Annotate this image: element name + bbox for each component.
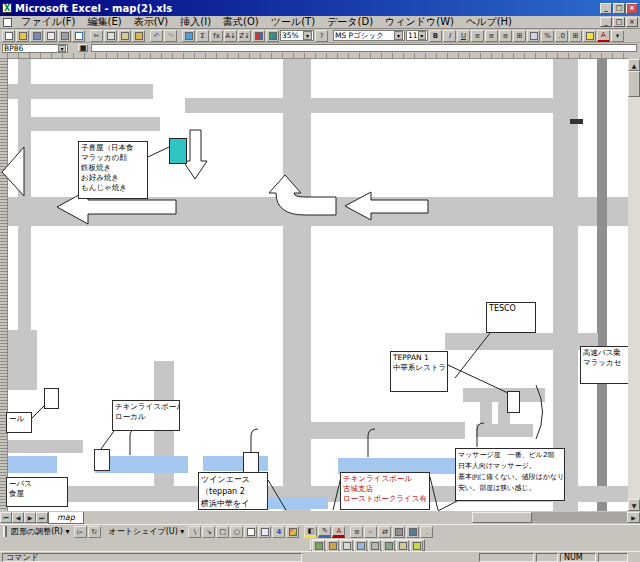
minimize-button[interactable]: _ bbox=[600, 3, 612, 14]
bold-button[interactable]: B bbox=[429, 30, 442, 42]
autosum-button[interactable]: Σ bbox=[196, 30, 209, 42]
shop-marker-1[interactable] bbox=[44, 388, 59, 409]
align-right-button[interactable]: ≡ bbox=[499, 30, 512, 42]
format-painter-button[interactable] bbox=[132, 30, 145, 42]
tab-last-icon[interactable]: ⏭ bbox=[36, 512, 48, 523]
line-style-icon[interactable]: ≡ bbox=[350, 526, 363, 538]
sort-ascending-button[interactable]: A↓ bbox=[224, 30, 237, 42]
rectangle-tool-icon[interactable]: □ bbox=[216, 526, 229, 538]
menu-tools[interactable]: ツール(T) bbox=[265, 15, 321, 29]
copy-button[interactable] bbox=[104, 30, 117, 42]
borders-button[interactable]: ⊞ bbox=[569, 30, 582, 42]
undo-button[interactable]: ↶ bbox=[150, 30, 163, 42]
name-box[interactable]: BP86▾ bbox=[2, 44, 68, 53]
menu-help[interactable]: ヘルプ(H) bbox=[460, 15, 518, 29]
menu-insert[interactable]: 挿入(I) bbox=[174, 15, 217, 29]
textbox-tool-icon[interactable] bbox=[244, 526, 257, 538]
vscroll-thumb[interactable] bbox=[628, 71, 640, 97]
textbox-massage[interactable]: マッサージ屋 一番、ビル2階 日本人向けマッサージ。 基本的に痛くない。値段はか… bbox=[455, 448, 565, 501]
textbox-highway-bus[interactable]: 高速バス乗 マラッカセ bbox=[580, 346, 634, 384]
font-color-button[interactable]: A bbox=[597, 30, 610, 42]
clipart-icon[interactable] bbox=[286, 526, 299, 538]
sheet-tab-map[interactable]: map bbox=[48, 512, 84, 524]
drawbar-handle[interactable] bbox=[3, 526, 7, 537]
oval-tool-icon[interactable]: ○ bbox=[230, 526, 243, 538]
tab-first-icon[interactable]: ⏮ bbox=[0, 512, 12, 523]
wordart-icon[interactable]: 4 bbox=[272, 526, 285, 538]
name-box-dropdown-icon[interactable]: ▾ bbox=[58, 45, 66, 52]
textbox-tesco[interactable]: TESCO bbox=[486, 302, 536, 333]
arrow-style-icon[interactable]: ⇄ bbox=[378, 526, 391, 538]
cut-button[interactable]: ✂ bbox=[90, 30, 103, 42]
drawing-button[interactable] bbox=[266, 30, 279, 42]
menu-format[interactable]: 書式(O) bbox=[217, 15, 265, 29]
vscroll-down-button[interactable]: ▼ bbox=[628, 499, 640, 511]
autoshapes-menu[interactable]: オートシェイプ(U) ▾ bbox=[106, 526, 188, 537]
shop-marker-2[interactable] bbox=[94, 449, 110, 471]
align-center-button[interactable]: ≡ bbox=[485, 30, 498, 42]
italic-button[interactable]: I bbox=[443, 30, 456, 42]
sheet-minimize-button[interactable]: _ bbox=[600, 17, 612, 27]
free-rotate-icon[interactable]: ↻ bbox=[88, 526, 101, 538]
new-button[interactable] bbox=[2, 30, 15, 42]
row-headers[interactable] bbox=[0, 59, 8, 511]
textbox-chicken-local[interactable]: チキンライスボール ローカル bbox=[112, 400, 180, 431]
threed-icon[interactable] bbox=[406, 526, 419, 538]
toolbar-options-icon[interactable]: ▾ bbox=[611, 30, 624, 42]
decimal-button[interactable]: .0 bbox=[555, 30, 568, 42]
help-button[interactable]: ? bbox=[315, 30, 328, 42]
menu-window[interactable]: ウィンドウ(W) bbox=[379, 15, 460, 29]
percent-style-button[interactable]: % bbox=[541, 30, 554, 42]
drawbar-options-icon[interactable]: . bbox=[420, 526, 433, 538]
chart-wizard-button[interactable] bbox=[252, 30, 265, 42]
print-preview-button[interactable] bbox=[72, 30, 85, 42]
currency-style-button[interactable] bbox=[527, 30, 540, 42]
textbox-twin-ace[interactable]: ツインエース （teppan 2 横浜中華をイ bbox=[198, 472, 268, 510]
menu-file[interactable]: ファイル(F) bbox=[15, 15, 82, 29]
draw-adjust-menu[interactable]: 図形の調整(R) ▾ bbox=[8, 526, 73, 537]
font-name-combobox[interactable]: MS Pゴシック▾ bbox=[333, 30, 405, 41]
save-button[interactable] bbox=[30, 30, 43, 42]
textbox-teppan1[interactable]: TEPPAN 1 中華系レストラン bbox=[390, 351, 448, 392]
sort-descending-button[interactable]: Z↓ bbox=[238, 30, 251, 42]
hscroll-right-button[interactable]: ▶ bbox=[627, 512, 640, 523]
hscroll-track[interactable] bbox=[532, 512, 627, 523]
textbox-chicken-branch[interactable]: チキンライスボール 古城支店 ローストポークライス有 bbox=[340, 472, 430, 510]
print-button[interactable] bbox=[58, 30, 71, 42]
fill-color-button[interactable] bbox=[583, 30, 596, 42]
textbox-koyakiya[interactable]: 子喜屋（日本食 マラッカの顔 鉄板焼き お好み焼き もんじゃ焼き bbox=[78, 141, 148, 199]
open-button[interactable] bbox=[16, 30, 29, 42]
hyperlink-button[interactable] bbox=[182, 30, 195, 42]
textbox-bus-eatery[interactable]: ーバス 食屋 bbox=[6, 477, 68, 507]
mail-button[interactable] bbox=[44, 30, 57, 42]
font-size-dropdown-icon[interactable]: ▾ bbox=[418, 31, 426, 40]
menu-data[interactable]: データ(D) bbox=[321, 15, 379, 29]
formula-input[interactable] bbox=[91, 44, 637, 52]
vscroll-up-button[interactable]: ▲ bbox=[628, 59, 640, 71]
vertical-textbox-tool-icon[interactable] bbox=[258, 526, 271, 538]
paste-function-button[interactable]: fx bbox=[210, 30, 223, 42]
hscroll-thumb[interactable] bbox=[472, 512, 532, 523]
textbox-partial-left[interactable]: ール bbox=[6, 412, 32, 433]
align-left-button[interactable]: ≡ bbox=[471, 30, 484, 42]
shadow-icon[interactable] bbox=[392, 526, 405, 538]
line-color-icon[interactable]: ✎ bbox=[318, 526, 331, 538]
close-button[interactable]: × bbox=[626, 3, 638, 14]
dash-style-icon[interactable]: ﹦ bbox=[364, 526, 377, 538]
merge-center-button[interactable]: ⊞ bbox=[513, 30, 526, 42]
menu-edit[interactable]: 編集(E) bbox=[82, 15, 128, 29]
font-dropdown-icon[interactable]: ▾ bbox=[394, 31, 403, 40]
menu-view[interactable]: 表示(V) bbox=[128, 15, 175, 29]
tab-next-icon[interactable]: ▶ bbox=[24, 512, 36, 523]
tab-prev-icon[interactable]: ◀ bbox=[12, 512, 24, 523]
teal-marker[interactable] bbox=[169, 138, 187, 164]
redo-button[interactable]: ↷ bbox=[164, 30, 177, 42]
sheet-close-button[interactable]: × bbox=[626, 17, 638, 27]
line-tool-icon[interactable]: \ bbox=[188, 526, 201, 538]
zoom-combobox[interactable]: 35%▾ bbox=[280, 30, 314, 41]
fill-color-icon[interactable]: ◧ bbox=[304, 526, 317, 538]
zoom-dropdown-icon[interactable]: ▾ bbox=[303, 31, 312, 40]
shop-marker-4[interactable] bbox=[507, 391, 520, 413]
select-objects-icon[interactable]: ▻ bbox=[74, 526, 87, 538]
draw-font-color-icon[interactable]: A bbox=[332, 526, 345, 538]
